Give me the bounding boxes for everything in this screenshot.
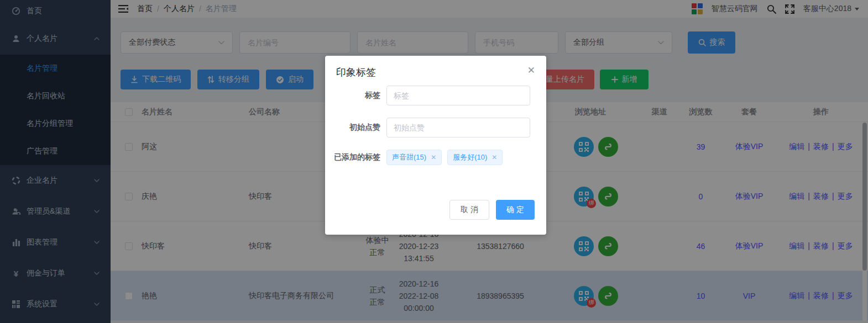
initial-likes-input[interactable] bbox=[386, 118, 530, 137]
tag-chip: 声音甜(15) ✕ bbox=[386, 150, 442, 165]
tag-field-label: 标签 bbox=[325, 91, 380, 100]
tag-chip-label: 声音甜(15) bbox=[392, 152, 426, 162]
impression-tags-modal: 印象标签 ✕ 标签 初始点赞 已添加的标签 声音甜(15) ✕ 服务好(10) … bbox=[325, 56, 546, 235]
tag-remove-icon[interactable]: ✕ bbox=[491, 153, 497, 161]
added-tags-list: 声音甜(15) ✕ 服务好(10) ✕ bbox=[386, 150, 503, 165]
close-icon[interactable]: ✕ bbox=[527, 66, 535, 75]
tag-chip: 服务好(10) ✕ bbox=[447, 150, 503, 165]
tag-chip-label: 服务好(10) bbox=[453, 152, 487, 162]
app-root: 首页 个人名片 名片管理 名片回收站 名片分组管理 广告管理 企业名片 bbox=[0, 0, 868, 323]
cancel-button[interactable]: 取 消 bbox=[449, 200, 489, 220]
added-tags-label: 已添加的标签 bbox=[325, 152, 380, 162]
modal-title: 印象标签 bbox=[336, 67, 376, 78]
tag-input[interactable] bbox=[386, 86, 530, 105]
initial-likes-label: 初始点赞 bbox=[325, 123, 380, 133]
tag-remove-icon[interactable]: ✕ bbox=[431, 153, 436, 161]
confirm-button[interactable]: 确 定 bbox=[496, 200, 535, 220]
